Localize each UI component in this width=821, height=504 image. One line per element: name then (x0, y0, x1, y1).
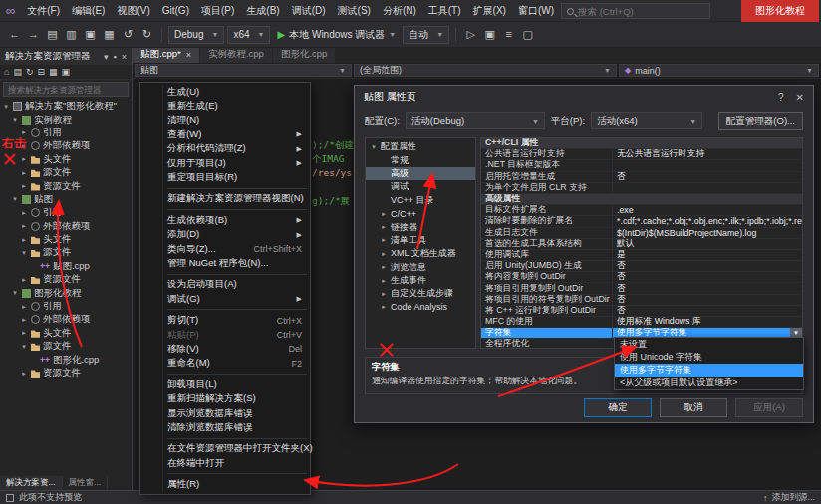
property-row[interactable]: 为单个文件启用 CLR 支持 (481, 183, 802, 194)
dialog-tree-item[interactable]: 调试 (366, 180, 475, 193)
property-row[interactable]: 启用 Unity(JUMBO) 生成否 (481, 261, 802, 272)
context-menu-item[interactable]: 调试(G)▶ (140, 292, 310, 306)
start-without-debug-icon[interactable]: ▷ (462, 28, 479, 41)
dialog-tree-item[interactable]: 高级 (366, 167, 475, 180)
chevron-down-icon[interactable]: ▾ (104, 52, 109, 62)
dialog-tree-item[interactable]: ▸自定义生成步骤 (366, 287, 475, 300)
menubar-item[interactable]: 调试(D) (286, 0, 332, 21)
configuration-manager-button[interactable]: 配置管理器(O)... (718, 112, 803, 130)
property-row[interactable]: 启用托管增量生成否 (481, 172, 802, 183)
tree-item[interactable]: ▸外部依赖项 (0, 220, 132, 233)
property-row[interactable]: 将项目引用的符号复制到 OutDir否 (481, 295, 802, 306)
tree-item[interactable]: ▸资源文件 (0, 273, 132, 286)
solution-explorer-titlebar[interactable]: 解决方案资源管理器 ▾▪× (0, 48, 132, 65)
context-menu-item[interactable]: 在终端中打开 (140, 456, 310, 470)
menubar-item[interactable]: 文件(F) (21, 0, 66, 21)
refresh-icon[interactable]: ↻ (26, 67, 34, 77)
tree-arrow-icon[interactable]: ▸ (20, 370, 28, 378)
context-menu-item[interactable]: 添加(D)▶ (140, 228, 310, 242)
dialog-tree-item[interactable]: ▸链接器 (366, 220, 475, 233)
tree-arrow-icon[interactable]: ▸ (20, 316, 28, 324)
source-control-button[interactable]: ↑ 添加到源... (763, 491, 815, 504)
tree-arrow-icon[interactable]: ▸ (20, 142, 28, 150)
context-menu-item[interactable]: 管理 NuGet 程序包(N)... (140, 256, 310, 270)
context-menu-item[interactable]: 生成依赖项(B)▶ (140, 213, 310, 227)
dialog-tree-item[interactable]: ▸生成事件 (366, 274, 475, 287)
collapse-all-icon[interactable]: ⊟ (38, 67, 46, 77)
context-menu-item[interactable]: 设为启动项目(A) (140, 278, 310, 292)
tree-arrow-icon[interactable]: ▾ (20, 249, 28, 257)
property-row[interactable]: 生成日志文件$(IntDir)$(MSBuildProjectName).log (481, 228, 802, 239)
tree-arrow-icon[interactable]: ▸ (20, 303, 28, 311)
tree-item[interactable]: ▸外部依赖项 (0, 139, 132, 152)
tree-item[interactable]: ▾图形化教程 (0, 286, 132, 299)
tree-arrow-icon[interactable]: ▾ (2, 103, 10, 111)
context-menu-item[interactable]: 重新生成(E) (140, 99, 310, 113)
context-menu-item[interactable]: 查看(W)▶ (140, 127, 310, 141)
tree-arrow-icon[interactable]: ▸ (20, 209, 28, 217)
property-row[interactable]: 清除时要删除的扩展名*.cdf;*.cache;*.obj;*.obj.enc;… (481, 216, 802, 227)
tree-item[interactable]: ▸源文件 (0, 166, 132, 179)
tree-arrow-icon[interactable]: ▸ (20, 155, 28, 163)
dialog-platform-dropdown[interactable]: 活动(x64)▼ (591, 112, 702, 129)
tree-item[interactable]: ▸资源文件 (0, 179, 132, 192)
find-icon[interactable]: ▢ (519, 28, 536, 41)
tree-item[interactable]: ▸头文件 (0, 233, 132, 246)
property-row[interactable]: 将 C++ 运行时复制到 OutDir否 (481, 306, 802, 317)
context-menu-item[interactable]: 重新扫描解决方案(S) (140, 391, 310, 405)
tree-item[interactable]: ▾源文件 (0, 246, 132, 259)
tree-item[interactable]: ▸资源文件 (0, 367, 132, 379)
context-menu-item[interactable]: 生成(U) (140, 85, 310, 99)
tree-item[interactable]: ++贴图.cpp (0, 260, 132, 273)
property-row[interactable]: 首选的生成工具体系结构默认 (481, 239, 802, 250)
menubar-item[interactable]: 扩展(X) (467, 0, 512, 21)
tree-arrow-icon[interactable]: ▸ (20, 329, 28, 337)
context-menu-item[interactable]: 清除浏览数据库错误 (140, 420, 310, 434)
panel-tab[interactable]: 解决方案资... (0, 476, 63, 490)
search-input[interactable] (578, 6, 704, 17)
context-menu-item[interactable]: 在文件资源管理器中打开文件夹(X) (140, 442, 310, 456)
solution-search-input[interactable] (8, 85, 124, 95)
menubar-item[interactable]: 窗口(W) (512, 0, 560, 21)
break-icon[interactable]: ▣ (481, 28, 498, 41)
start-debugging-button[interactable]: ▶ 本地 Windows 调试器 ▼ (273, 28, 400, 42)
context-menu-item[interactable]: 移除(V)Del (140, 342, 310, 356)
panel-tab[interactable]: 属性窗... (63, 476, 109, 490)
tree-arrow-icon[interactable]: ▸ (20, 236, 28, 244)
dropdown-option[interactable]: 未设置 (615, 338, 803, 351)
save-all-icon[interactable]: ▦ (101, 28, 118, 41)
dropdown-option[interactable]: <从父级或项目默认设置继承> (615, 377, 803, 389)
project-scope-dropdown[interactable]: 贴图▼ (135, 64, 352, 77)
menubar-item[interactable]: 编辑(E) (66, 0, 111, 21)
dialog-config-dropdown[interactable]: 活动(Debug)▼ (406, 112, 545, 129)
menubar-item[interactable]: 视图(V) (111, 0, 155, 21)
dropdown-option[interactable]: 使用 Unicode 字符集 (615, 351, 803, 364)
tree-arrow-icon[interactable]: ▸ (20, 169, 28, 177)
context-menu-item[interactable]: 清理(N) (140, 114, 310, 127)
tutorial-button[interactable]: 图形化教程 (741, 0, 819, 22)
context-menu-item[interactable]: 重定项目目标(R) (140, 170, 310, 184)
close-icon[interactable]: ✕ (796, 92, 804, 103)
context-menu-item[interactable]: 分析和代码清理(Z)▶ (140, 142, 310, 156)
type-scope-dropdown[interactable]: (全局范围)▼ (354, 64, 617, 77)
property-row[interactable]: 将项目引用复制到 OutDir否 (481, 283, 802, 294)
tree-arrow-icon[interactable]: ▸ (20, 276, 28, 284)
tree-item[interactable]: ▸引用 (0, 206, 132, 219)
menubar-item[interactable]: 工具(T) (422, 0, 467, 21)
tree-arrow-icon[interactable]: ▾ (11, 289, 19, 297)
home-icon[interactable]: ⌂ (4, 67, 9, 77)
solution-search-box[interactable] (3, 82, 129, 97)
property-row[interactable]: .NET 目标框架版本 (481, 160, 802, 171)
forward-icon[interactable]: → (25, 28, 42, 41)
dialog-tree-item[interactable]: ▸浏览信息 (366, 261, 475, 274)
context-menu-item[interactable]: 属性(R) (140, 477, 310, 491)
context-menu-item[interactable]: 类向导(Z)...Ctrl+Shift+X (140, 242, 310, 256)
auto-dropdown[interactable]: 自动▼ (403, 26, 449, 44)
context-menu-item[interactable]: 新建解决方案资源管理器视图(N) (140, 192, 310, 206)
tree-arrow-icon[interactable]: ▸ (20, 182, 28, 190)
tree-item[interactable]: ▾贴图 (0, 193, 132, 206)
tree-arrow-icon[interactable]: ▾ (20, 343, 28, 351)
dialog-tree-item[interactable]: ▸清单工具 (366, 234, 475, 247)
menubar-item[interactable]: 分析(N) (377, 0, 422, 21)
solution-config-dropdown[interactable]: Debug▼ (168, 26, 224, 44)
